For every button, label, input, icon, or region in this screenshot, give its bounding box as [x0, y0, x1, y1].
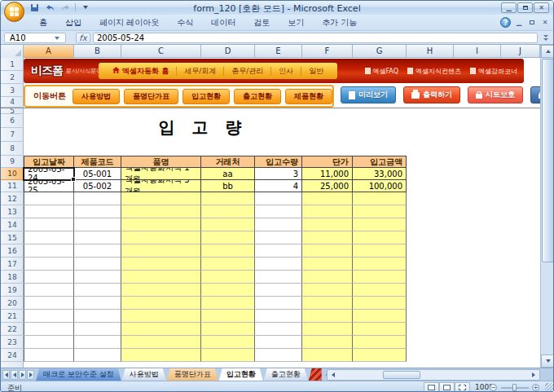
- cell[interactable]: 입고날짜: [24, 156, 74, 168]
- column-header-I[interactable]: I: [454, 45, 501, 58]
- cell[interactable]: 품명: [121, 156, 201, 168]
- column-header-H[interactable]: H: [407, 45, 454, 58]
- cell[interactable]: [302, 218, 353, 231]
- nav-button[interactable]: 제품현황: [285, 89, 332, 104]
- cell[interactable]: 엑셀자동화서식 3개월: [121, 180, 201, 192]
- sheet-tab-1[interactable]: 매크로 보안수준 설정: [36, 368, 121, 381]
- cell[interactable]: [353, 192, 407, 205]
- banner-nav-item[interactable]: 인사: [271, 66, 301, 77]
- cell[interactable]: [255, 271, 302, 284]
- cell[interactable]: [201, 258, 255, 271]
- scroll-left-icon[interactable]: [328, 371, 338, 379]
- cell[interactable]: [74, 205, 121, 218]
- save-icon[interactable]: [29, 2, 40, 12]
- row-header-8[interactable]: 8: [1, 142, 24, 156]
- cell[interactable]: [121, 244, 201, 258]
- ribbon-tab-6[interactable]: 검토: [244, 15, 279, 31]
- cell[interactable]: [255, 192, 302, 205]
- row-header-11[interactable]: 11: [1, 180, 24, 192]
- cell[interactable]: [353, 205, 407, 218]
- cell[interactable]: [201, 271, 255, 284]
- row-header-21[interactable]: 21: [1, 310, 24, 323]
- row-header-16[interactable]: 16: [1, 244, 24, 258]
- page-layout-view-icon[interactable]: [439, 382, 455, 392]
- cell[interactable]: [121, 258, 201, 271]
- cell[interactable]: [24, 284, 74, 297]
- minimize-button[interactable]: ▁: [501, 2, 517, 13]
- cell[interactable]: [201, 192, 255, 205]
- column-header-D[interactable]: D: [201, 45, 255, 58]
- cell[interactable]: [302, 349, 353, 362]
- cell[interactable]: [74, 284, 121, 297]
- row-header-15[interactable]: 15: [1, 231, 24, 244]
- cell[interactable]: [255, 297, 302, 310]
- row-header-24[interactable]: 24: [1, 349, 24, 362]
- cell[interactable]: [74, 323, 121, 336]
- nav-button[interactable]: 입고현황: [182, 89, 230, 104]
- cell[interactable]: [24, 244, 74, 258]
- cell[interactable]: [24, 323, 74, 336]
- row-header-1[interactable]: 1: [1, 58, 24, 71]
- cell[interactable]: 입고금액: [353, 156, 407, 168]
- banner-nav-item[interactable]: 일반: [301, 66, 331, 77]
- row-header-14[interactable]: 14: [1, 218, 24, 231]
- cell[interactable]: [24, 192, 74, 205]
- cell[interactable]: [302, 323, 353, 336]
- cell[interactable]: [121, 205, 201, 218]
- cell[interactable]: [121, 323, 201, 336]
- cell[interactable]: [255, 323, 302, 336]
- cell[interactable]: [24, 297, 74, 310]
- workbook-restore-icon[interactable]: [527, 19, 537, 26]
- zoom-in-icon[interactable]: +: [532, 384, 539, 391]
- horizontal-scrollbar[interactable]: [327, 369, 540, 381]
- cell[interactable]: [302, 271, 353, 284]
- cell[interactable]: [353, 336, 407, 349]
- row-header-18[interactable]: 18: [1, 271, 24, 284]
- banner-nav-item[interactable]: 세무/회계: [177, 66, 223, 77]
- cell[interactable]: [302, 258, 353, 271]
- cell[interactable]: [302, 244, 353, 258]
- next-sheet-icon[interactable]: [19, 370, 26, 380]
- cell[interactable]: [74, 192, 121, 205]
- cell[interactable]: [201, 218, 255, 231]
- qat-dropdown-icon[interactable]: [80, 2, 91, 12]
- first-sheet-icon[interactable]: [2, 370, 10, 380]
- cell[interactable]: [74, 310, 121, 323]
- insert-function-button[interactable]: fx: [76, 33, 90, 43]
- vertical-scrollbar[interactable]: [540, 45, 554, 368]
- cell[interactable]: 제품코드: [74, 156, 121, 168]
- cell[interactable]: 11,000: [302, 168, 353, 180]
- cell[interactable]: [255, 349, 302, 362]
- cell[interactable]: [74, 258, 121, 271]
- row-header-5[interactable]: 5: [1, 108, 24, 114]
- cell[interactable]: [74, 231, 121, 244]
- cell[interactable]: 33,000: [353, 168, 407, 180]
- cell[interactable]: [255, 205, 302, 218]
- row-header-12[interactable]: 12: [1, 192, 24, 205]
- cell[interactable]: bb: [201, 180, 255, 192]
- sheet-tab-2[interactable]: 사용방법: [122, 368, 166, 381]
- banner-nav-item[interactable]: 엑셀자동화 홈: [105, 66, 176, 77]
- action-button[interactable]: 시트보호: [468, 86, 523, 104]
- select-all-corner[interactable]: [1, 45, 24, 58]
- cell[interactable]: [255, 310, 302, 323]
- cell[interactable]: [24, 205, 74, 218]
- cell[interactable]: [201, 205, 255, 218]
- cell[interactable]: [121, 310, 201, 323]
- help-icon[interactable]: ?: [500, 17, 511, 28]
- sheet-tab-5[interactable]: 출고현황: [264, 368, 308, 381]
- cell[interactable]: [353, 349, 407, 362]
- formula-bar-expand-icon[interactable]: [542, 35, 550, 42]
- selected-cell-outline[interactable]: [23, 167, 75, 181]
- cell[interactable]: [353, 310, 407, 323]
- cell[interactable]: [255, 258, 302, 271]
- ribbon-tab-1[interactable]: 홈: [30, 15, 56, 31]
- cell[interactable]: [353, 297, 407, 310]
- row-header-2[interactable]: 2: [1, 71, 24, 84]
- ribbon-tab-3[interactable]: 페이지 레이아웃: [90, 15, 168, 31]
- column-header-C[interactable]: C: [121, 45, 201, 58]
- banner-nav-item[interactable]: 총무/관리: [224, 66, 270, 77]
- ribbon-tab-7[interactable]: 보기: [279, 15, 313, 31]
- cell[interactable]: [353, 231, 407, 244]
- cell[interactable]: 입고수량: [255, 156, 302, 168]
